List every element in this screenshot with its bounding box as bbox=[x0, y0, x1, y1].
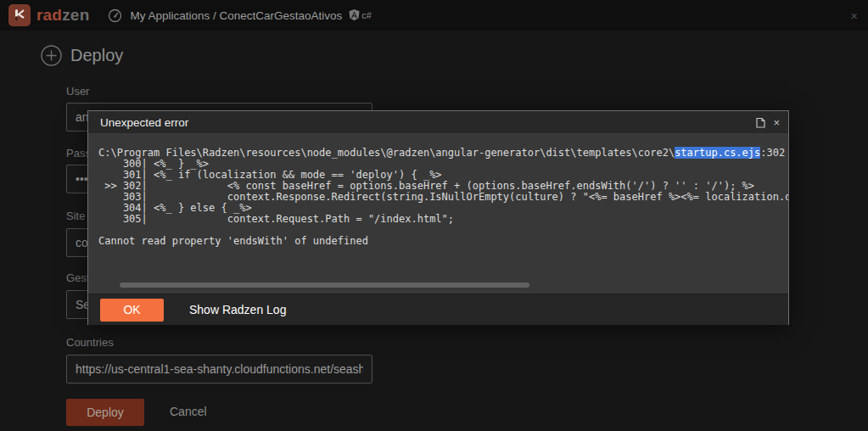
modal-header: Unexpected error × bbox=[88, 111, 788, 134]
project-language-label: c# bbox=[361, 10, 372, 20]
path-line-ref: :302 bbox=[760, 147, 785, 159]
dashboard-icon[interactable] bbox=[108, 8, 122, 23]
page-title-row: Deploy bbox=[41, 45, 123, 66]
gestao-label: Gest bbox=[66, 271, 89, 284]
countries-input[interactable] bbox=[66, 355, 372, 383]
error-message: Cannot read property 'endsWith' of undef… bbox=[98, 236, 788, 247]
show-radzen-log-link[interactable]: Show Radzen Log bbox=[189, 303, 286, 316]
app-window: radzen My Applications / ConectCarGestao… bbox=[0, 0, 868, 431]
brand-rad: rad bbox=[36, 6, 62, 24]
radzen-logo-icon[interactable] bbox=[8, 4, 31, 26]
code-excerpt: 300| <%_ } _%> 301| <%_ if (localization… bbox=[98, 159, 788, 225]
modal-footer: OK Show Radzen Log bbox=[88, 294, 788, 325]
plus-circle-icon bbox=[41, 45, 62, 66]
error-trace: C:\Program Files\Radzen\resources\node_m… bbox=[88, 134, 788, 294]
deploy-button[interactable]: Deploy bbox=[66, 399, 144, 426]
angular-icon bbox=[349, 9, 360, 21]
breadcrumb[interactable]: My Applications / ConectCarGestaoAtivos bbox=[130, 9, 342, 22]
page-title: Deploy bbox=[70, 46, 123, 65]
countries-label: Countries bbox=[66, 336, 114, 349]
brand-zen: zen bbox=[62, 6, 89, 24]
modal-close-icon[interactable]: × bbox=[773, 116, 780, 129]
unexpected-error-dialog: Unexpected error × C:\Program Files\Radz… bbox=[87, 110, 789, 325]
radzen-glyph bbox=[13, 8, 26, 22]
user-label: User bbox=[66, 85, 89, 98]
ok-button[interactable]: OK bbox=[100, 299, 164, 322]
highlighted-filename: startup.cs.ejs bbox=[675, 147, 760, 159]
modal-title: Unexpected error bbox=[100, 116, 188, 129]
window-close-icon[interactable]: × bbox=[850, 8, 858, 23]
copy-icon[interactable] bbox=[756, 117, 765, 128]
path-prefix: C:\Program Files\Radzen\resources\node_m… bbox=[98, 147, 675, 159]
brand-wordmark[interactable]: radzen bbox=[36, 6, 89, 25]
cancel-button[interactable]: Cancel bbox=[170, 405, 207, 418]
horizontal-scrollbar[interactable] bbox=[120, 283, 529, 288]
top-bar: radzen My Applications / ConectCarGestao… bbox=[0, 0, 868, 31]
